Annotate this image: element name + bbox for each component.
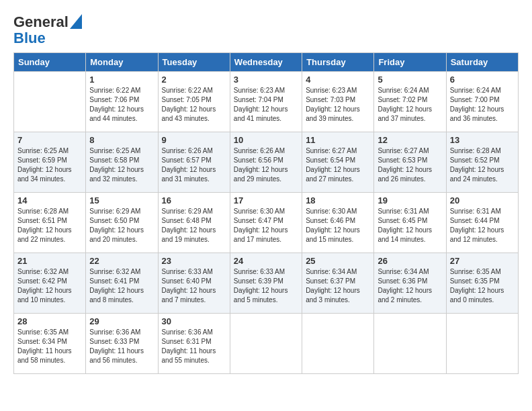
weekday-header: Saturday — [446, 53, 518, 72]
day-info: Sunrise: 6:26 AMSunset: 6:57 PMDaylight:… — [162, 146, 226, 184]
day-info: Sunrise: 6:29 AMSunset: 6:50 PMDaylight:… — [89, 207, 154, 244]
calendar-cell — [14, 72, 86, 132]
calendar-week-row: 28Sunrise: 6:35 AMSunset: 6:34 PMDayligh… — [14, 314, 519, 374]
calendar-cell: 1Sunrise: 6:22 AMSunset: 7:06 PMDaylight… — [86, 72, 158, 132]
calendar-cell: 11Sunrise: 6:27 AMSunset: 6:54 PMDayligh… — [302, 132, 374, 193]
day-number: 27 — [450, 256, 515, 266]
day-info: Sunrise: 6:32 AMSunset: 6:41 PMDaylight:… — [89, 267, 154, 305]
day-info: Sunrise: 6:23 AMSunset: 7:04 PMDaylight:… — [234, 86, 298, 124]
day-info: Sunrise: 6:24 AMSunset: 7:00 PMDaylight:… — [450, 86, 515, 124]
day-info: Sunrise: 6:25 AMSunset: 6:59 PMDaylight:… — [17, 146, 82, 184]
calendar-cell: 28Sunrise: 6:35 AMSunset: 6:34 PMDayligh… — [14, 314, 86, 374]
calendar-cell: 3Sunrise: 6:23 AMSunset: 7:04 PMDaylight… — [230, 72, 302, 132]
calendar-cell: 22Sunrise: 6:32 AMSunset: 6:41 PMDayligh… — [86, 253, 158, 314]
calendar-cell: 27Sunrise: 6:35 AMSunset: 6:35 PMDayligh… — [446, 253, 518, 314]
day-info: Sunrise: 6:30 AMSunset: 6:46 PMDaylight:… — [306, 207, 370, 244]
day-number: 7 — [17, 135, 82, 145]
calendar-cell: 12Sunrise: 6:27 AMSunset: 6:53 PMDayligh… — [374, 132, 446, 193]
day-number: 18 — [306, 195, 370, 205]
day-number: 25 — [306, 256, 370, 266]
day-info: Sunrise: 6:35 AMSunset: 6:34 PMDaylight:… — [17, 328, 82, 365]
day-info: Sunrise: 6:25 AMSunset: 6:58 PMDaylight:… — [89, 146, 154, 184]
day-info: Sunrise: 6:36 AMSunset: 6:33 PMDaylight:… — [89, 328, 154, 365]
weekday-header: Friday — [374, 53, 446, 72]
day-number: 11 — [306, 135, 370, 145]
day-number: 22 — [89, 256, 154, 266]
calendar-cell: 21Sunrise: 6:32 AMSunset: 6:42 PMDayligh… — [14, 253, 86, 314]
calendar-cell: 30Sunrise: 6:36 AMSunset: 6:31 PMDayligh… — [158, 314, 230, 374]
calendar-cell: 26Sunrise: 6:34 AMSunset: 6:36 PMDayligh… — [374, 253, 446, 314]
calendar-cell: 18Sunrise: 6:30 AMSunset: 6:46 PMDayligh… — [302, 193, 374, 253]
day-info: Sunrise: 6:34 AMSunset: 6:36 PMDaylight:… — [378, 267, 442, 305]
calendar-cell: 6Sunrise: 6:24 AMSunset: 7:00 PMDaylight… — [446, 72, 518, 132]
page-header: General Blue — [13, 13, 519, 46]
day-info: Sunrise: 6:33 AMSunset: 6:40 PMDaylight:… — [162, 267, 226, 305]
day-info: Sunrise: 6:23 AMSunset: 7:03 PMDaylight:… — [306, 86, 370, 124]
day-number: 30 — [162, 316, 226, 326]
calendar-cell: 5Sunrise: 6:24 AMSunset: 7:02 PMDaylight… — [374, 72, 446, 132]
day-number: 23 — [162, 256, 226, 266]
day-number: 28 — [17, 316, 82, 326]
logo-general: General — [13, 13, 69, 31]
day-number: 8 — [89, 135, 154, 145]
calendar-cell: 20Sunrise: 6:31 AMSunset: 6:44 PMDayligh… — [446, 193, 518, 253]
day-number: 9 — [162, 135, 226, 145]
calendar-cell: 25Sunrise: 6:34 AMSunset: 6:37 PMDayligh… — [302, 253, 374, 314]
day-info: Sunrise: 6:22 AMSunset: 7:06 PMDaylight:… — [89, 86, 154, 124]
calendar-table: SundayMondayTuesdayWednesdayThursdayFrid… — [13, 52, 519, 374]
calendar-cell: 10Sunrise: 6:26 AMSunset: 6:56 PMDayligh… — [230, 132, 302, 193]
day-info: Sunrise: 6:36 AMSunset: 6:31 PMDaylight:… — [162, 328, 226, 365]
calendar-cell: 19Sunrise: 6:31 AMSunset: 6:45 PMDayligh… — [374, 193, 446, 253]
day-info: Sunrise: 6:28 AMSunset: 6:52 PMDaylight:… — [450, 146, 515, 184]
calendar-cell: 23Sunrise: 6:33 AMSunset: 6:40 PMDayligh… — [158, 253, 230, 314]
day-number: 29 — [89, 316, 154, 326]
day-number: 3 — [234, 75, 298, 85]
day-number: 15 — [89, 195, 154, 205]
calendar-cell: 15Sunrise: 6:29 AMSunset: 6:50 PMDayligh… — [86, 193, 158, 253]
day-number: 2 — [162, 75, 226, 85]
calendar-week-row: 21Sunrise: 6:32 AMSunset: 6:42 PMDayligh… — [14, 253, 519, 314]
calendar-cell: 4Sunrise: 6:23 AMSunset: 7:03 PMDaylight… — [302, 72, 374, 132]
header-row: SundayMondayTuesdayWednesdayThursdayFrid… — [14, 53, 519, 72]
calendar-cell: 14Sunrise: 6:28 AMSunset: 6:51 PMDayligh… — [14, 193, 86, 253]
day-number: 17 — [234, 195, 298, 205]
day-info: Sunrise: 6:31 AMSunset: 6:44 PMDaylight:… — [450, 207, 515, 244]
svg-marker-0 — [70, 14, 82, 29]
logo-blue-text: Blue — [13, 31, 82, 46]
day-number: 14 — [17, 195, 82, 205]
day-info: Sunrise: 6:29 AMSunset: 6:48 PMDaylight:… — [162, 207, 226, 244]
day-info: Sunrise: 6:24 AMSunset: 7:02 PMDaylight:… — [378, 86, 442, 124]
calendar-cell: 9Sunrise: 6:26 AMSunset: 6:57 PMDaylight… — [158, 132, 230, 193]
day-info: Sunrise: 6:32 AMSunset: 6:42 PMDaylight:… — [17, 267, 82, 305]
day-number: 26 — [378, 256, 442, 266]
weekday-header: Sunday — [14, 53, 86, 72]
logo: General Blue — [13, 13, 82, 46]
calendar-cell: 8Sunrise: 6:25 AMSunset: 6:58 PMDaylight… — [86, 132, 158, 193]
day-number: 13 — [450, 135, 515, 145]
day-number: 1 — [89, 75, 154, 85]
day-number: 6 — [450, 75, 515, 85]
day-info: Sunrise: 6:30 AMSunset: 6:47 PMDaylight:… — [234, 207, 298, 244]
calendar-cell: 24Sunrise: 6:33 AMSunset: 6:39 PMDayligh… — [230, 253, 302, 314]
day-number: 16 — [162, 195, 226, 205]
day-info: Sunrise: 6:34 AMSunset: 6:37 PMDaylight:… — [306, 267, 370, 305]
day-number: 21 — [17, 256, 82, 266]
day-info: Sunrise: 6:26 AMSunset: 6:56 PMDaylight:… — [234, 146, 298, 184]
calendar-cell: 2Sunrise: 6:22 AMSunset: 7:05 PMDaylight… — [158, 72, 230, 132]
day-info: Sunrise: 6:33 AMSunset: 6:39 PMDaylight:… — [234, 267, 298, 305]
day-info: Sunrise: 6:35 AMSunset: 6:35 PMDaylight:… — [450, 267, 515, 305]
day-number: 5 — [378, 75, 442, 85]
day-number: 12 — [378, 135, 442, 145]
calendar-cell: 16Sunrise: 6:29 AMSunset: 6:48 PMDayligh… — [158, 193, 230, 253]
calendar-cell — [230, 314, 302, 374]
logo-icon — [70, 14, 82, 29]
calendar-cell: 7Sunrise: 6:25 AMSunset: 6:59 PMDaylight… — [14, 132, 86, 193]
weekday-header: Thursday — [302, 53, 374, 72]
weekday-header: Wednesday — [230, 53, 302, 72]
day-number: 10 — [234, 135, 298, 145]
day-info: Sunrise: 6:31 AMSunset: 6:45 PMDaylight:… — [378, 207, 442, 244]
day-number: 19 — [378, 195, 442, 205]
day-info: Sunrise: 6:27 AMSunset: 6:54 PMDaylight:… — [306, 146, 370, 184]
calendar-cell: 17Sunrise: 6:30 AMSunset: 6:47 PMDayligh… — [230, 193, 302, 253]
calendar-week-row: 14Sunrise: 6:28 AMSunset: 6:51 PMDayligh… — [14, 193, 519, 253]
